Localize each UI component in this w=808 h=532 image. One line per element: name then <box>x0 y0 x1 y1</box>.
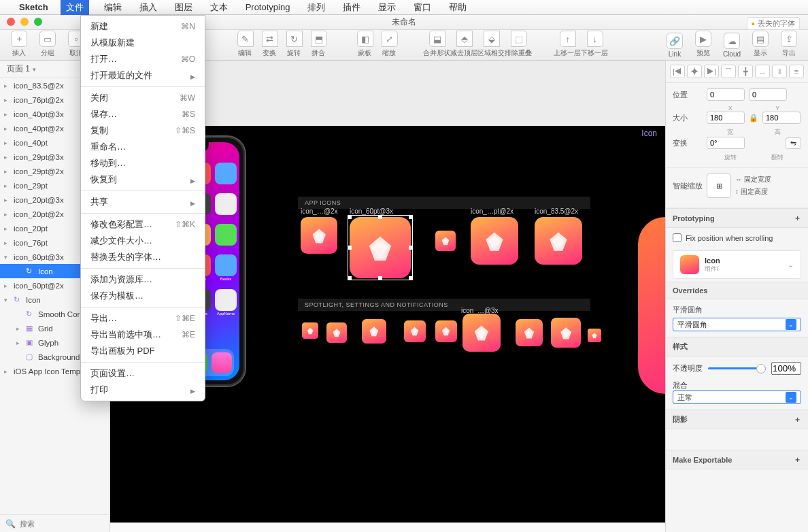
toolbar-Link[interactable]: 🔗Link <box>662 33 687 58</box>
menu-item[interactable]: 导出画板为 PDF <box>81 343 205 359</box>
align-center-v-icon[interactable]: ╋ <box>738 65 753 78</box>
menu-item[interactable]: 替换丢失的字体… <box>81 249 205 265</box>
menu-item[interactable]: 从模版新建 <box>81 35 205 51</box>
toolbar-排除重叠[interactable]: ⬚排除重叠 <box>505 31 532 58</box>
toolbar-上移一层[interactable]: ↑上移一层 <box>554 31 581 58</box>
traffic-lights[interactable] <box>7 18 42 26</box>
menu-window[interactable]: 窗口 <box>411 0 434 15</box>
menu-item[interactable]: 保存为模板… <box>81 288 205 304</box>
menu-item[interactable]: 修改色彩配置…⇧⌘K <box>81 216 205 233</box>
menu-item[interactable]: 移动到… <box>81 155 205 171</box>
menu-item[interactable]: 添加为资源库… <box>81 271 205 288</box>
menu-item[interactable]: 共享 <box>81 194 205 210</box>
missing-fonts-badge[interactable]: 丢失的字体 <box>747 17 800 30</box>
toolbar-显示[interactable]: ▤显示 <box>748 31 773 58</box>
app-icon-artboard[interactable] <box>435 231 456 251</box>
menu-item[interactable]: 复制⇧⌘S <box>81 122 205 139</box>
x-input[interactable] <box>707 88 745 101</box>
app-icon-artboard[interactable] <box>326 322 347 343</box>
override-select[interactable]: 平滑圆角⌄ <box>673 318 801 331</box>
menu-insert[interactable]: 插入 <box>137 0 160 15</box>
app-name[interactable]: Sketch <box>19 2 48 12</box>
menu-item[interactable]: 关闭⌘W <box>81 90 205 106</box>
y-input[interactable] <box>749 88 787 101</box>
layer-search[interactable]: 🔍 <box>0 514 110 532</box>
align-center-h-icon[interactable]: ⯌ <box>687 65 702 78</box>
align-top-icon[interactable]: ⎴ <box>721 65 736 78</box>
menu-layer[interactable]: 图层 <box>172 0 195 15</box>
fix-position-checkbox[interactable]: Fix position when scrolling <box>673 233 801 242</box>
toolbar-区域相交[interactable]: ⬙区域相交 <box>477 31 505 58</box>
app-icon-artboard[interactable] <box>302 322 318 339</box>
app-icon-artboard[interactable] <box>471 217 518 265</box>
app-icon-artboard[interactable] <box>404 320 426 342</box>
lock-icon[interactable]: 🔒 <box>749 114 758 122</box>
resize-constraints-icon[interactable]: ⊞ <box>707 173 731 198</box>
app-icon-artboard[interactable] <box>535 217 582 265</box>
toolbar-下移一层[interactable]: ↓下移一层 <box>581 31 608 58</box>
app-icon-artboard[interactable] <box>588 329 601 342</box>
width-input[interactable] <box>707 112 745 124</box>
align-left-icon[interactable]: |⯇ <box>670 65 685 78</box>
app-icon-artboard[interactable] <box>462 314 501 352</box>
menu-item[interactable]: 页面设置… <box>81 365 205 382</box>
app-icon-artboard[interactable] <box>301 217 337 254</box>
search-input[interactable] <box>20 520 114 528</box>
minimize-icon[interactable] <box>20 18 29 26</box>
menu-edit[interactable]: 编辑 <box>101 0 124 15</box>
menu-file[interactable]: 文件 <box>61 0 89 15</box>
menu-item[interactable]: 导出…⇧⌘E <box>81 310 205 327</box>
menu-view[interactable]: 显示 <box>375 0 399 15</box>
toolbar-变换[interactable]: ⇄变换 <box>257 31 282 58</box>
opacity-slider[interactable] <box>708 367 766 369</box>
blend-select[interactable]: 正常⌄ <box>673 390 801 404</box>
app-icon-artboard[interactable] <box>516 319 543 346</box>
opacity-input[interactable] <box>771 362 801 375</box>
menu-item[interactable]: 保存…⌘S <box>81 106 205 122</box>
toolbar-减去顶层[interactable]: ⬘减去顶层 <box>450 31 477 58</box>
app-icon-artboard[interactable] <box>362 319 386 344</box>
menu-plugins[interactable]: 插件 <box>340 0 363 15</box>
close-icon[interactable] <box>7 18 15 26</box>
menu-item[interactable]: 打印 <box>81 382 205 398</box>
distribute-h-icon[interactable]: ⫴ <box>772 65 787 78</box>
fix-width-toggle[interactable]: ↔ 固定宽度 <box>735 175 771 184</box>
add-export-icon[interactable]: ＋ <box>794 454 801 465</box>
toolbar-旋转[interactable]: ↻旋转 <box>282 31 306 58</box>
fix-height-toggle[interactable]: ↕ 固定高度 <box>735 187 771 197</box>
horizontal-scrollbar[interactable] <box>110 522 665 532</box>
toolbar-蒙板[interactable]: ◧蒙板 <box>352 31 377 58</box>
toolbar-导出[interactable]: ⇪导出 <box>777 31 801 58</box>
alignment-controls[interactable]: |⯇ ⯌ ⯈| ⎴ ╋ ⎵ ⫴ ≡ <box>666 61 808 83</box>
zoom-icon[interactable] <box>34 18 42 26</box>
app-icon-artboard[interactable] <box>435 320 457 342</box>
menu-item[interactable]: 恢复到 <box>81 171 205 188</box>
add-shadow-icon[interactable]: ＋ <box>794 414 801 425</box>
menu-item[interactable]: 打开最近的文件 <box>81 67 205 84</box>
menu-prototyping[interactable]: Prototyping <box>243 1 293 14</box>
height-input[interactable] <box>762 112 801 124</box>
file-menu-dropdown[interactable]: 新建⌘N从模版新建打开…⌘O打开最近的文件关闭⌘W保存…⌘S复制⇧⌘S重命名…移… <box>80 15 205 401</box>
toolbar-编辑[interactable]: ✎编辑 <box>233 31 257 58</box>
menu-text[interactable]: 文本 <box>207 0 231 15</box>
rotate-input[interactable] <box>707 137 745 149</box>
app-icon-artboard[interactable] <box>551 318 581 348</box>
toolbar-合并形状[interactable]: ⬓合并形状 <box>423 31 450 58</box>
toolbar-分组[interactable]: ▭分组 <box>35 31 60 58</box>
distribute-v-icon[interactable]: ≡ <box>789 65 804 78</box>
add-prototype-icon[interactable]: ＋ <box>794 213 801 223</box>
align-right-icon[interactable]: ⯈| <box>704 65 719 78</box>
align-bottom-icon[interactable]: ⎵ <box>755 65 770 78</box>
toolbar-拼合[interactable]: ⬒拼合 <box>306 31 331 58</box>
toolbar-缩放[interactable]: ⤢缩放 <box>377 31 401 58</box>
symbol-instance-row[interactable]: Icon 组件/ ⌄ <box>673 250 801 279</box>
toolbar-预览[interactable]: ▶预览 <box>691 31 716 58</box>
menu-item[interactable]: 新建⌘N <box>81 18 205 35</box>
menu-arrange[interactable]: 排列 <box>305 0 328 15</box>
flip-h-icon[interactable]: ⇋ <box>786 137 801 149</box>
menu-item[interactable]: 导出当前选中项…⌘E <box>81 327 205 343</box>
toolbar-Cloud[interactable]: ☁Cloud <box>720 33 744 58</box>
chevron-down-icon[interactable]: ⌄ <box>788 261 794 269</box>
menu-help[interactable]: 帮助 <box>446 0 469 15</box>
menu-item[interactable]: 重命名… <box>81 139 205 155</box>
